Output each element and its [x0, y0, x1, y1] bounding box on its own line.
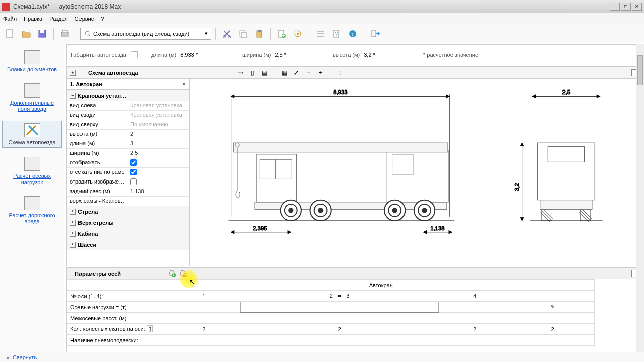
svg-point-47: [289, 208, 293, 212]
zoom-in-button[interactable]: +: [315, 68, 326, 77]
app-icon: [2, 3, 10, 11]
document-icon: [24, 50, 40, 64]
menu-edit[interactable]: Правка: [24, 16, 42, 22]
prop-row[interactable]: вид сверхуПо умолчанию: [67, 120, 189, 130]
prop-row[interactable]: вид сзадиКрановая установка: [67, 111, 189, 120]
toolbar: Схема автопоезда (вид слева, сзади) ▾ + …: [0, 24, 644, 43]
vertical-scrollbar[interactable]: [636, 44, 644, 352]
view-dropdown-text: Схема автопоезда (вид слева, сзади): [93, 31, 189, 37]
nav-axle-calc[interactable]: Расчет осевых нагрузок: [2, 155, 62, 187]
prop-row[interactable]: отображать: [67, 158, 189, 168]
minimize-button[interactable]: _: [610, 3, 620, 11]
collapse-link[interactable]: Свернуть: [13, 354, 37, 360]
chevron-down-icon: ▾: [205, 30, 208, 37]
nav-blanks[interactable]: Бланки документов: [2, 48, 62, 74]
prop-row[interactable]: ширина (м)2,5: [67, 149, 189, 158]
list-button[interactable]: [313, 27, 328, 41]
print-button[interactable]: [58, 27, 72, 41]
load-cell-2[interactable]: [240, 302, 439, 313]
prop-row[interactable]: отсекать низ по раме: [67, 168, 189, 177]
view-rear-button[interactable]: ▯: [247, 68, 257, 77]
group-crane[interactable]: −Крановая устан…: [67, 90, 189, 101]
svg-text:+: +: [282, 32, 285, 38]
expand-icon[interactable]: +: [70, 70, 76, 76]
titlebar: Схема1.aytx* — aytoSchema 2018 Max _ □ ✕: [0, 0, 644, 13]
group-shassi[interactable]: +Шасси: [67, 239, 189, 250]
prop-row[interactable]: задний свес (м)1,138: [67, 187, 189, 197]
svg-text:?: ?: [335, 31, 338, 37]
zoom-fit-button[interactable]: ⤢: [291, 68, 301, 77]
nav-schema[interactable]: Схема автопоезда: [2, 121, 62, 148]
drawing-canvas[interactable]: 8,933 2,395 1,138: [190, 79, 641, 266]
schema-area: + Схема автопоезда ▭ ▯ ▤ ▦ ⤢ − + ↕: [66, 66, 642, 266]
menu-file[interactable]: Файл: [3, 16, 17, 22]
grid-icon: [24, 83, 40, 98]
svg-line-6: [89, 35, 90, 36]
axle-panel-header: Параметры осей + −: [67, 268, 641, 279]
add-axle-button[interactable]: +: [168, 269, 177, 278]
prop-row[interactable]: вид слеваКрановая установка: [67, 101, 189, 111]
ruler-button[interactable]: ↕: [336, 68, 346, 77]
svg-rect-42: [234, 143, 448, 152]
left-nav: Бланки документов Дополнительные поля вв…: [0, 43, 64, 362]
wheels-edit-icon[interactable]: ▯: [147, 325, 153, 332]
grid-button[interactable]: ▦: [279, 68, 289, 77]
load-edit-icon[interactable]: ✎: [511, 302, 594, 313]
search-icon: [84, 30, 91, 37]
prop-row[interactable]: длина (м)3: [67, 139, 189, 149]
view-side-button[interactable]: ▭: [235, 68, 245, 77]
prop-row[interactable]: верх рамы - Кранов…: [67, 197, 189, 206]
remove-axle-button[interactable]: −: [179, 269, 188, 278]
road-icon: [24, 196, 40, 210]
dim-total: 8,933: [333, 89, 347, 95]
scrollbar-thumb[interactable]: [637, 55, 643, 85]
group-strela[interactable]: +Стрела: [67, 206, 189, 217]
schema-header: + Схема автопоезда ▭ ▯ ▤ ▦ ⤢ − + ↕: [67, 67, 641, 79]
menubar: Файл Правка Раздел Сервис ?: [0, 13, 644, 24]
zoom-out-button[interactable]: −: [303, 68, 313, 77]
axle-table: Автокран № оси (1..4): 1 2 ⇔ 3 4 Осевые …: [67, 279, 641, 346]
menu-service[interactable]: Сервис: [75, 16, 94, 22]
svg-rect-41: [392, 154, 413, 175]
dims-label: Габариты автопоезда:: [71, 52, 128, 58]
dimensions-bar: Габариты автопоезда: длина (м)8,933 * ши…: [66, 44, 642, 65]
open-file-button[interactable]: [19, 27, 33, 41]
chevron-up-icon: ▲: [5, 354, 11, 360]
svg-rect-62: [548, 146, 584, 162]
svg-point-56: [422, 208, 426, 212]
prop-row[interactable]: отразить изображе…: [67, 177, 189, 187]
svg-text:2,395: 2,395: [253, 225, 267, 231]
nav-road-damage[interactable]: Расчет дорожного вреда: [2, 194, 62, 226]
settings-button[interactable]: [291, 27, 305, 41]
menu-section[interactable]: Раздел: [49, 16, 67, 22]
add-page-button[interactable]: +: [275, 27, 289, 41]
svg-point-17: [297, 33, 299, 35]
menu-help[interactable]: ?: [101, 16, 104, 22]
load-cell-1[interactable]: [168, 302, 240, 313]
info-button[interactable]: i: [346, 27, 360, 41]
group-verkh-strely[interactable]: +Верх стрелы: [67, 217, 189, 228]
exit-button[interactable]: [368, 27, 382, 41]
svg-rect-10: [242, 32, 246, 38]
load-cell-3[interactable]: [439, 302, 511, 313]
edit-icon[interactable]: [131, 51, 138, 58]
view-top-button[interactable]: ▤: [259, 68, 269, 77]
group-kabina[interactable]: +Кабина: [67, 228, 189, 239]
cut-button[interactable]: [220, 27, 234, 41]
schema-title: Схема автопоезда: [88, 70, 138, 76]
help-button[interactable]: ?: [330, 27, 344, 41]
nav-extra-fields[interactable]: Дополнительные поля ввода: [2, 81, 62, 114]
prop-row[interactable]: высота (м)2: [67, 130, 189, 139]
new-file-button[interactable]: [3, 27, 17, 41]
axle-panel: Параметры осей + − Автокран № оси (1..4)…: [66, 267, 642, 361]
close-button[interactable]: ✕: [632, 3, 642, 11]
svg-rect-2: [40, 30, 44, 33]
paste-button[interactable]: [252, 27, 266, 41]
maximize-button[interactable]: □: [621, 3, 631, 11]
copy-button[interactable]: [236, 27, 250, 41]
view-dropdown[interactable]: Схема автопоезда (вид слева, сзади) ▾: [80, 28, 211, 40]
vehicle-selector[interactable]: 1. Автокран: [67, 79, 189, 90]
footer: ▲ Свернуть: [0, 352, 644, 362]
svg-text:1,138: 1,138: [430, 225, 444, 231]
save-button[interactable]: [35, 27, 49, 41]
